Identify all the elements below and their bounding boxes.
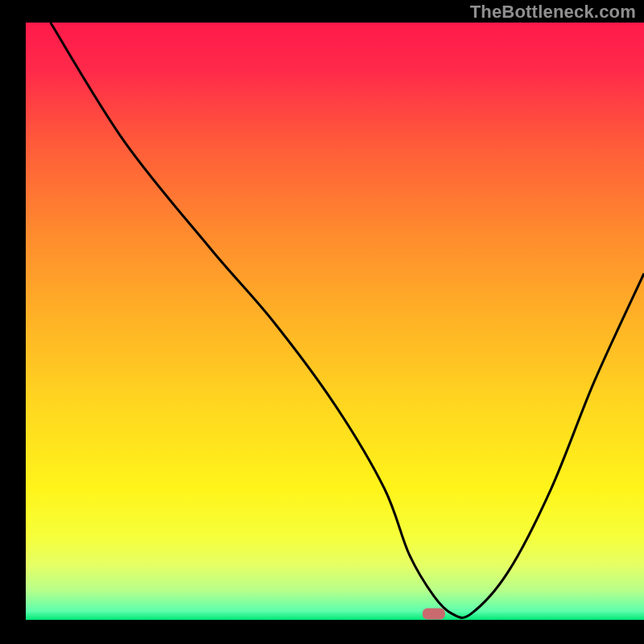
gradient-background [26, 23, 644, 620]
chart-frame: { "watermark": "TheBottleneck.com", "cha… [0, 0, 644, 644]
bottleneck-chart [0, 0, 644, 644]
optimal-marker [423, 609, 445, 620]
